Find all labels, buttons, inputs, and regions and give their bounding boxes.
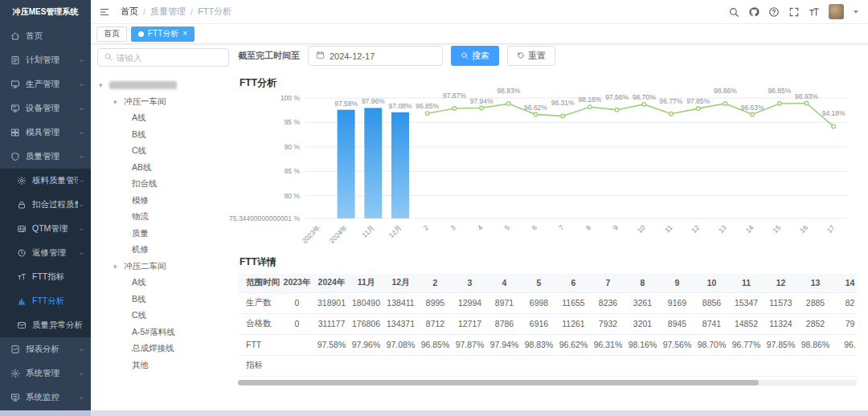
- tree-node-root[interactable]: ▾: [97, 77, 229, 94]
- breadcrumb-item[interactable]: 质量管理: [150, 6, 186, 18]
- chevron-down-icon: [78, 81, 85, 88]
- scrollbar-thumb[interactable]: [238, 380, 759, 385]
- main-panel: 截至完工时间至 搜索 重置 FTT分析 100 %95 %90 %85 %80 …: [238, 46, 857, 385]
- breadcrumb-item[interactable]: FTT分析: [198, 6, 231, 18]
- svg-text:90 %: 90 %: [285, 143, 301, 151]
- tree-leaf[interactable]: C线: [97, 308, 229, 324]
- github-icon[interactable]: [748, 6, 760, 18]
- tree-node[interactable]: ▾冲压一车间: [97, 94, 229, 111]
- sidebar-item[interactable]: 系统管理: [0, 361, 91, 385]
- svg-text:98.16%: 98.16%: [578, 96, 601, 104]
- svg-text:98.86%: 98.86%: [714, 87, 737, 95]
- sidebar-item[interactable]: FTT分析: [0, 289, 91, 313]
- svg-text:11: 11: [663, 223, 674, 235]
- sidebar-menu: 首页计划管理生产管理设备管理模具管理质量管理板料质量管理扣合过程质量QTM管理返…: [0, 24, 91, 410]
- close-icon[interactable]: ×: [182, 30, 187, 38]
- monitor-icon: [10, 393, 20, 402]
- sidebar-item[interactable]: 扣合过程质量: [0, 193, 91, 217]
- sidebar-item[interactable]: 模具管理: [0, 120, 91, 145]
- font-size-icon[interactable]: [809, 6, 820, 18]
- search-button[interactable]: 搜索: [451, 46, 499, 66]
- tree-leaf[interactable]: 总成焊接线: [97, 341, 229, 357]
- sidebar-item[interactable]: 系统监控: [0, 385, 91, 410]
- sidebar: 冲压MES管理系统 首页计划管理生产管理设备管理模具管理质量管理板料质量管理扣合…: [0, 0, 91, 410]
- svg-text:4: 4: [476, 223, 485, 232]
- tree-search-input[interactable]: [117, 53, 223, 63]
- svg-text:96.62%: 96.62%: [524, 104, 547, 112]
- plan-icon: [10, 55, 20, 65]
- app-title: 冲压MES管理系统: [0, 0, 91, 24]
- lock-icon: [17, 200, 27, 210]
- search-icon: [461, 51, 469, 61]
- sidebar-item[interactable]: FTT指标: [0, 265, 91, 289]
- user-avatar[interactable]: [829, 4, 844, 19]
- tree-leaf[interactable]: 质量: [97, 226, 229, 243]
- svg-text:75.34400000000001 %: 75.34400000000001 %: [229, 214, 300, 222]
- svg-text:96.31%: 96.31%: [551, 99, 575, 107]
- sidebar-item[interactable]: 首页: [0, 24, 91, 48]
- help-icon[interactable]: [768, 6, 780, 18]
- tree-leaf[interactable]: A线: [97, 110, 229, 127]
- sidebar-item[interactable]: QTM管理: [0, 217, 91, 241]
- svg-text:97.96%: 97.96%: [362, 97, 385, 105]
- chevron-down-icon: [78, 226, 85, 233]
- svg-text:2023年: 2023年: [301, 223, 322, 245]
- chevron-down-icon: [78, 346, 85, 353]
- tree-leaf[interactable]: 机修: [97, 242, 229, 259]
- sidebar-item[interactable]: 计划管理: [0, 48, 91, 72]
- hamburger-icon[interactable]: [99, 6, 110, 18]
- svg-text:9: 9: [612, 223, 620, 232]
- production-icon: [10, 80, 20, 89]
- table-row: 生产数0318901180490138411899512994897169981…: [238, 292, 857, 313]
- search-icon: [104, 52, 113, 63]
- tree-leaf[interactable]: B线: [97, 292, 229, 308]
- date-picker[interactable]: [308, 46, 443, 66]
- tree-leaf[interactable]: A线: [97, 275, 229, 292]
- tree-leaf[interactable]: 模修: [97, 193, 229, 210]
- sidebar-item[interactable]: 质量异常分析: [0, 313, 91, 337]
- tree-node[interactable]: ▾冲压二车间: [97, 259, 229, 275]
- tags-bar: 首页FTT分析×: [91, 24, 868, 44]
- tree-leaf[interactable]: AB线: [97, 160, 229, 177]
- breadcrumb: 首页/质量管理/FTT分析: [121, 6, 231, 18]
- search-icon[interactable]: [728, 6, 739, 18]
- svg-text:97.85%: 97.85%: [686, 97, 710, 105]
- tab-FTT分析[interactable]: FTT分析×: [131, 27, 194, 42]
- fullscreen-icon[interactable]: [788, 6, 800, 18]
- sidebar-item[interactable]: 报表分析: [0, 337, 91, 361]
- sidebar-item[interactable]: 设备管理: [0, 96, 91, 120]
- tree-panel: ▾▾冲压一车间A线B线C线AB线扣合线模修物流质量机修▾冲压二车间A线B线C线A…: [97, 48, 229, 373]
- filter-bar: 截至完工时间至 搜索 重置: [238, 46, 857, 66]
- tree-leaf[interactable]: 其他: [97, 357, 229, 374]
- svg-text:3: 3: [448, 223, 457, 232]
- tree-leaf[interactable]: B线: [97, 127, 229, 144]
- svg-text:15: 15: [771, 223, 782, 235]
- tree-leaf[interactable]: 扣合线: [97, 176, 229, 193]
- chevron-down-icon[interactable]: [854, 10, 858, 14]
- ftt-chart-svg: 100 %95 %90 %85 %80 %75.34400000000001 %…: [238, 92, 857, 251]
- sidebar-item[interactable]: 板料质量管理: [0, 169, 91, 193]
- quality-shield-icon: [10, 152, 20, 161]
- navbar: 首页/质量管理/FTT分析: [91, 0, 868, 24]
- svg-text:100 %: 100 %: [280, 94, 301, 102]
- tree-leaf[interactable]: A-5#落料线: [97, 324, 229, 341]
- svg-text:98.85%: 98.85%: [768, 87, 791, 95]
- reset-button[interactable]: 重置: [507, 46, 555, 66]
- chevron-down-icon: [78, 177, 85, 185]
- svg-text:98.83%: 98.83%: [497, 87, 520, 95]
- date-input[interactable]: [330, 51, 435, 61]
- breadcrumb-item[interactable]: 首页: [121, 6, 138, 18]
- svg-text:97.56%: 97.56%: [605, 93, 628, 101]
- svg-text:97.87%: 97.87%: [443, 92, 466, 100]
- app-window: 冲压MES管理系统 首页计划管理生产管理设备管理模具管理质量管理板料质量管理扣合…: [0, 0, 868, 416]
- sidebar-item[interactable]: 质量管理: [0, 145, 91, 169]
- tree-leaf[interactable]: C线: [97, 143, 229, 160]
- tree-leaf[interactable]: 物流: [97, 209, 229, 226]
- tab-首页[interactable]: 首页: [96, 27, 127, 42]
- svg-text:10: 10: [636, 223, 647, 235]
- sidebar-item[interactable]: 生产管理: [0, 72, 91, 96]
- svg-text:97.58%: 97.58%: [334, 100, 358, 108]
- sidebar-item[interactable]: 返修管理: [0, 241, 91, 265]
- mold-icon: [10, 128, 20, 137]
- mail-icon: [17, 320, 27, 330]
